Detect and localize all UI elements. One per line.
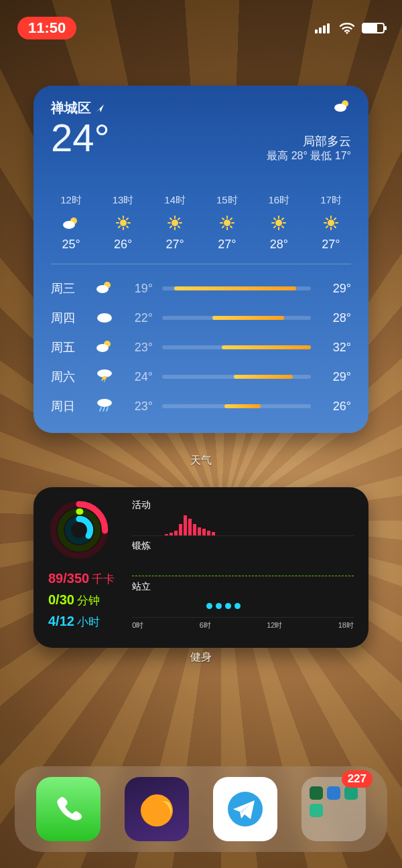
stand-chart-label: 站立 (132, 581, 354, 593)
hour-forecast: 13时26° (103, 194, 143, 252)
fitness-widget-caption: 健身 (0, 650, 402, 665)
svg-point-45 (328, 220, 334, 226)
weather-condition: 局部多云 (267, 133, 351, 149)
hour-forecast: 17时27° (311, 194, 351, 252)
rain-icon (88, 398, 121, 416)
svg-line-63 (107, 408, 108, 411)
svg-rect-2 (323, 25, 326, 33)
sun-icon (311, 213, 351, 232)
svg-point-8 (63, 221, 75, 229)
phone-icon (52, 792, 85, 826)
folder-item (310, 786, 323, 800)
svg-line-35 (222, 226, 224, 228)
day-forecast-row: 周五23°32° (51, 333, 351, 362)
svg-line-17 (119, 226, 120, 228)
svg-line-16 (127, 218, 128, 220)
svg-line-41 (274, 218, 275, 220)
location-arrow-icon (95, 104, 105, 113)
svg-point-18 (172, 220, 178, 226)
folder-item (310, 804, 323, 817)
svg-line-26 (170, 226, 172, 228)
temp-range-bar (162, 375, 311, 379)
activity-rings-icon (48, 499, 110, 561)
sun-icon (207, 213, 247, 232)
svg-line-25 (178, 218, 180, 220)
exercise-chart-label: 锻炼 (132, 540, 354, 552)
svg-line-33 (230, 226, 232, 228)
firefox-icon (135, 788, 178, 831)
fitness-move-metric: 89/350千卡 (48, 568, 115, 589)
cellular-signal-icon (315, 23, 332, 33)
day-forecast-row: 周四22°28° (51, 303, 351, 333)
svg-point-55 (96, 285, 109, 293)
svg-line-52 (334, 218, 336, 220)
partly-icon (88, 280, 121, 297)
app-folder[interactable]: 227 (302, 777, 366, 841)
folder-item (344, 786, 358, 800)
svg-line-61 (100, 408, 101, 411)
svg-line-15 (127, 226, 128, 228)
hour-forecast: 12时25° (51, 194, 91, 252)
svg-line-42 (282, 226, 283, 228)
status-time-recording-pill[interactable]: 11:50 (17, 17, 76, 39)
svg-point-4 (346, 31, 348, 33)
status-bar: 11:50 (0, 12, 402, 44)
temp-range-bar (162, 345, 311, 349)
hour-forecast: 15时27° (207, 194, 247, 252)
move-chart (132, 513, 354, 536)
svg-point-56 (97, 313, 112, 323)
weather-daily-forecast: 周三19°29°周四22°28°周五23°32°周六24°29°周日23°26° (51, 274, 351, 421)
exercise-chart (132, 554, 354, 577)
temp-range-bar (162, 404, 311, 408)
fitness-widget[interactable]: 89/350千卡 0/30分钟 4/12小时 活动 锻炼 站立 0时6时12时1… (34, 487, 368, 648)
weather-location: 禅城区 (51, 99, 110, 117)
temp-range-bar (162, 316, 311, 320)
folder-item (327, 786, 340, 800)
hour-forecast: 16时28° (259, 194, 299, 252)
move-chart-label: 活动 (132, 499, 354, 511)
svg-line-23 (170, 218, 172, 220)
sun-icon (259, 213, 299, 232)
svg-line-51 (334, 226, 336, 228)
partly-icon (51, 213, 91, 232)
stand-chart (132, 595, 354, 618)
fitness-stand-metric: 4/12小时 (48, 610, 115, 632)
svg-line-62 (103, 408, 105, 411)
fitness-exercise-metric: 0/30分钟 (48, 589, 115, 610)
weather-hourly-forecast: 12时25°13时26°14时27°15时27°16时28°17时27° (51, 194, 351, 264)
svg-point-9 (120, 220, 127, 226)
weather-high-low: 最高 28° 最低 17° (267, 149, 351, 163)
battery-icon (362, 23, 385, 33)
svg-line-34 (230, 218, 232, 220)
svg-line-14 (119, 218, 120, 220)
day-forecast-row: 周日23°26° (51, 392, 351, 421)
svg-line-43 (282, 218, 283, 220)
partly-cloudy-icon (267, 99, 351, 116)
weather-widget[interactable]: 禅城区 24° 局部多云 最高 28° 最低 17° 12时25°13时26°1… (34, 86, 368, 433)
chart-time-axis: 0时6时12时18时 (132, 620, 354, 630)
sun-icon (103, 213, 143, 232)
svg-line-50 (326, 218, 328, 220)
firefox-app[interactable] (125, 777, 189, 841)
folder-badge: 227 (342, 770, 373, 788)
cloud-icon (88, 311, 121, 326)
phone-app[interactable] (36, 777, 100, 841)
svg-point-27 (224, 220, 230, 226)
hour-forecast: 14时27° (155, 194, 195, 252)
weather-current-temp: 24° (51, 118, 110, 157)
svg-rect-0 (315, 29, 318, 33)
day-forecast-row: 周六24°29° (51, 362, 351, 392)
partly-icon (88, 339, 121, 356)
dock: 227 (15, 766, 387, 852)
weather-widget-caption: 天气 (0, 454, 402, 468)
svg-point-58 (96, 344, 109, 352)
day-forecast-row: 周三19°29° (51, 274, 351, 303)
wifi-icon (339, 22, 355, 34)
sun-icon (155, 213, 195, 232)
svg-rect-1 (319, 27, 322, 33)
storm-icon (88, 368, 121, 386)
svg-point-36 (275, 220, 282, 226)
svg-line-44 (274, 226, 275, 228)
svg-point-60 (97, 399, 112, 407)
telegram-app[interactable] (213, 777, 277, 841)
